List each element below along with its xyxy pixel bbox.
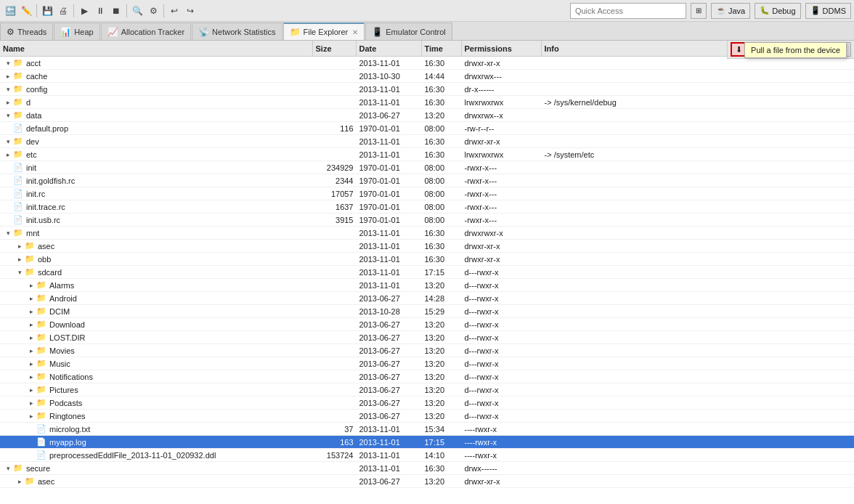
expand-arrow[interactable]: ▸	[28, 386, 35, 394]
table-row[interactable]: ▸ 📁 Music 2013-06-27 13:20 d---rwxr-x	[0, 357, 854, 370]
toolbar-icon-5[interactable]: ▶	[77, 4, 92, 18]
file-name: Movies	[49, 346, 75, 355]
tab-threads[interactable]: ⚙Threads	[0, 23, 53, 40]
expand-arrow[interactable]: ▸	[28, 412, 35, 420]
toolbar-icon-4[interactable]: 🖨	[56, 4, 70, 18]
table-row[interactable]: ▾ 📁 secure 2013-11-01 16:30 drwx------	[0, 462, 854, 475]
table-row[interactable]: ▸ 📁 DCIM 2013-10-28 15:29 d---rwxr-x	[0, 305, 854, 318]
expand-arrow[interactable]: ▸	[28, 399, 35, 407]
tab-allocation-tracker[interactable]: 📈Allocation Tracker	[101, 23, 191, 40]
table-row[interactable]: 📄 init 234929 1970-01-01 08:00 -rwxr-x--…	[0, 161, 854, 174]
toolbar-icon-11[interactable]: ↪	[183, 4, 198, 18]
java-perspective-button[interactable]: ☕ Java	[711, 3, 750, 19]
header-time: Time	[422, 41, 462, 56]
minimize-btn[interactable]: _	[818, 42, 834, 57]
table-row[interactable]: ▸ 📁 Movies 2013-06-27 13:20 d---rwxr-x	[0, 344, 854, 357]
expand-arrow[interactable]: ▸	[28, 282, 35, 289]
file-perm: d---rwxr-x	[462, 280, 542, 290]
file-info	[542, 324, 855, 325]
table-row[interactable]: 📄 init.rc 17057 1970-01-01 08:00 -rwxr-x…	[0, 187, 854, 200]
table-row[interactable]: ▸ 📁 etc 2013-11-01 16:30 lrwxrwxrwx -> /…	[0, 148, 854, 161]
table-row[interactable]: ▸ 📁 asec 2013-11-01 16:30 drwxr-xr-x	[0, 240, 854, 253]
quick-access-input[interactable]	[570, 3, 686, 19]
maximize-btn[interactable]: □	[800, 42, 816, 57]
toolbar-icon-6[interactable]: ⏸	[93, 4, 107, 18]
expand-arrow[interactable]: ▸	[4, 73, 12, 80]
pull-file-btn[interactable]: ⬇	[731, 42, 747, 57]
expand-arrow[interactable]: ▸	[16, 243, 23, 250]
file-table[interactable]: Name Size Date Time Permissions Info ▾ 📁…	[0, 41, 854, 504]
table-row[interactable]: ▾ 📁 config 2013-11-01 16:30 dr-x------	[0, 83, 854, 96]
expand-arrow[interactable]: ▾	[4, 60, 12, 67]
tab-emulator-control[interactable]: 📱Emulator Control	[365, 23, 452, 40]
expand-arrow[interactable]: ▸	[28, 373, 35, 381]
toolbar-icon-10[interactable]: ↩	[167, 4, 182, 18]
expand-arrow[interactable]: ▸	[16, 256, 23, 263]
debug-perspective-button[interactable]: 🐛 Debug	[755, 3, 800, 19]
open-perspective-button[interactable]: ⊞	[691, 3, 707, 19]
table-row[interactable]: ▸ 📁 LOST.DIR 2013-06-27 13:20 d---rwxr-x	[0, 331, 854, 344]
table-row[interactable]: ▸ 📁 Pictures 2013-06-27 13:20 d---rwxr-x	[0, 383, 854, 397]
table-row[interactable]: ▾ 📁 mnt 2013-11-01 16:30 drwxrwxr-x	[0, 227, 854, 240]
expand-arrow[interactable]: ▾	[16, 269, 23, 276]
table-row[interactable]: ▾ 📁 data 2013-06-27 13:20 drwxrwx--x	[0, 109, 854, 122]
table-row[interactable]: ▸ 📁 Alarms 2013-11-01 13:20 d---rwxr-x	[0, 279, 854, 292]
table-row[interactable]: ▾ 📁 acct 2013-11-01 16:30 drwxr-xr-x	[0, 57, 854, 70]
expand-arrow[interactable]: ▸	[28, 334, 35, 341]
delete-btn[interactable]: —	[765, 42, 781, 57]
table-row[interactable]: ▸ 📁 Download 2013-06-27 13:20 d---rwxr-x	[0, 318, 854, 331]
expand-arrow[interactable]: ▸	[28, 295, 35, 302]
expand-arrow[interactable]: ▸	[28, 360, 35, 367]
table-row[interactable]: 📄 init.goldfish.rc 2344 1970-01-01 08:00…	[0, 174, 854, 187]
close-btn[interactable]: ✕	[835, 42, 851, 57]
expand-arrow[interactable]: ▸	[28, 308, 35, 315]
expand-arrow[interactable]: ▾	[4, 86, 12, 93]
file-name: DCIM	[49, 307, 70, 316]
file-info	[542, 350, 855, 351]
tab-network-statistics[interactable]: 📡Network Statistics	[192, 23, 282, 40]
ddms-perspective-button[interactable]: 📱 DDMS	[805, 3, 851, 19]
table-row[interactable]: ▾ 📁 sdcard 2013-11-01 17:15 d---rwxr-x	[0, 266, 854, 279]
push-file-btn[interactable]: ⬆	[748, 42, 764, 57]
table-row[interactable]: ▸ 📁 Android 2013-06-27 14:28 d---rwxr-x	[0, 292, 854, 305]
file-name: default.prop	[26, 124, 68, 133]
table-row[interactable]: ▸ 📁 d 2013-11-01 16:30 lrwxrwxrwx -> /sy…	[0, 96, 854, 109]
table-row[interactable]: ▸ 📁 Podcasts 2013-06-27 13:20 d---rwxr-x	[0, 397, 854, 410]
expand-arrow[interactable]: ▾	[4, 138, 12, 145]
table-row[interactable]: ▸ 📁 cache 2013-10-30 14:44 drwxrwx---	[0, 70, 854, 83]
expand-arrow[interactable]: ▸	[28, 321, 35, 328]
expand-arrow[interactable]: ▾	[4, 465, 12, 472]
tab-file-explorer[interactable]: 📁File Explorer✕	[283, 23, 365, 40]
table-row[interactable]: 📄 init.usb.rc 3915 1970-01-01 08:00 -rwx…	[0, 214, 854, 227]
toolbar-icon-8[interactable]: 🔍	[130, 4, 145, 18]
toolbar-icon-2[interactable]: ✏️	[19, 4, 33, 18]
table-row[interactable]: ▸ 📁 Ringtones 2013-06-27 13:20 d---rwxr-…	[0, 410, 854, 423]
expand-arrow[interactable]: ▸	[4, 151, 12, 158]
tab-icon-threads: ⚙	[7, 27, 15, 37]
toolbar-icon-7[interactable]: ⏹	[109, 4, 123, 18]
expand-arrow[interactable]: ▸	[4, 99, 12, 106]
expand-arrow[interactable]: ▾	[4, 112, 12, 119]
table-row[interactable]: 📄 microlog.txt 37 2013-11-01 15:34 ----r…	[0, 423, 854, 436]
table-row[interactable]: 📄 preprocessedEddlFile_2013-11-01_020932…	[0, 449, 854, 462]
file-size	[313, 285, 357, 286]
tab-close-file-explorer[interactable]: ✕	[352, 28, 358, 36]
table-row[interactable]: ▸ 📁 obb 2013-11-01 16:30 drwxr-xr-x	[0, 253, 854, 266]
toolbar-icon-9[interactable]: ⚙	[146, 4, 160, 18]
table-row[interactable]: ▸ 📁 Notifications 2013-06-27 13:20 d---r…	[0, 370, 854, 383]
expand-arrow[interactable]: ▾	[4, 229, 12, 237]
file-type-icon: 📁	[36, 306, 46, 316]
table-row[interactable]: 📄 init.trace.rc 1637 1970-01-01 08:00 -r…	[0, 200, 854, 214]
table-row[interactable]: 📄 default.prop 116 1970-01-01 08:00 -rw-…	[0, 122, 854, 135]
toolbar-icon-1[interactable]: 🔙	[3, 4, 17, 18]
table-row[interactable]: ▾ 📁 dev 2013-11-01 16:30 drwxr-xr-x	[0, 135, 854, 148]
expand-arrow[interactable]: ▸	[28, 347, 35, 354]
expand-arrow[interactable]: ▸	[16, 478, 23, 485]
tab-heap[interactable]: 📊Heap	[54, 23, 99, 40]
table-row[interactable]: 📄 myapp.log 163 2013-11-01 17:15 ----rwx…	[0, 436, 854, 449]
file-date: 2013-10-30	[357, 71, 422, 81]
table-row[interactable]: ▸ 📁 asec 2013-06-27 13:20 drwxr-xr-x	[0, 475, 854, 488]
toolbar-icon-3[interactable]: 💾	[40, 4, 54, 18]
plus-btn[interactable]: +	[783, 42, 799, 57]
file-name: asec	[38, 242, 54, 251]
